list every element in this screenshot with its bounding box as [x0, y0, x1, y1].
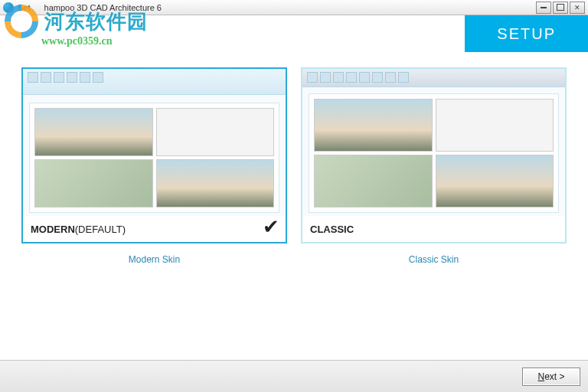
minimize-button[interactable]: [536, 2, 551, 14]
classic-thumbnail[interactable]: CLASSIC: [301, 67, 567, 243]
modern-caption: Modern Skin: [129, 254, 180, 265]
classic-pane-preview: [309, 93, 559, 213]
next-underlined: N: [537, 371, 544, 382]
next-button[interactable]: Next >: [522, 368, 580, 386]
app-icon: [3, 2, 14, 13]
modern-band-rest: (DEFAULT): [75, 224, 126, 235]
modern-band-strong: MODERN: [31, 224, 75, 235]
close-button[interactable]: [570, 2, 585, 14]
maximize-button[interactable]: [553, 2, 568, 14]
checkmark-icon: ✔: [263, 215, 279, 239]
next-rest: ext >: [544, 371, 564, 382]
skin-options: MODERN (DEFAULT) ✔ Modern Skin CLASSIC: [0, 52, 588, 360]
titlebar: Set hampoo 3D CAD Architecture 6: [0, 0, 588, 15]
modern-thumbnail[interactable]: MODERN (DEFAULT) ✔: [21, 67, 287, 243]
classic-band: CLASSIC: [302, 216, 565, 242]
footer: Next >: [0, 360, 588, 392]
classic-caption: Classic Skin: [409, 254, 459, 265]
option-classic[interactable]: CLASSIC Classic Skin: [301, 67, 567, 355]
setup-heading: SETUP: [465, 15, 588, 52]
header: SETUP: [0, 15, 588, 52]
title-prefix: Set: [18, 3, 31, 12]
modern-pane-preview: [29, 103, 279, 213]
modern-band: MODERN (DEFAULT) ✔: [23, 216, 286, 242]
setup-window: Set hampoo 3D CAD Architecture 6 SETUP M…: [0, 0, 588, 392]
classic-band-strong: CLASSIC: [310, 224, 354, 235]
option-modern[interactable]: MODERN (DEFAULT) ✔ Modern Skin: [21, 67, 287, 355]
classic-toolbar-preview: [302, 69, 565, 87]
modern-ribbon-preview: [23, 69, 286, 95]
title-main: hampoo 3D CAD Architecture 6: [44, 3, 162, 12]
